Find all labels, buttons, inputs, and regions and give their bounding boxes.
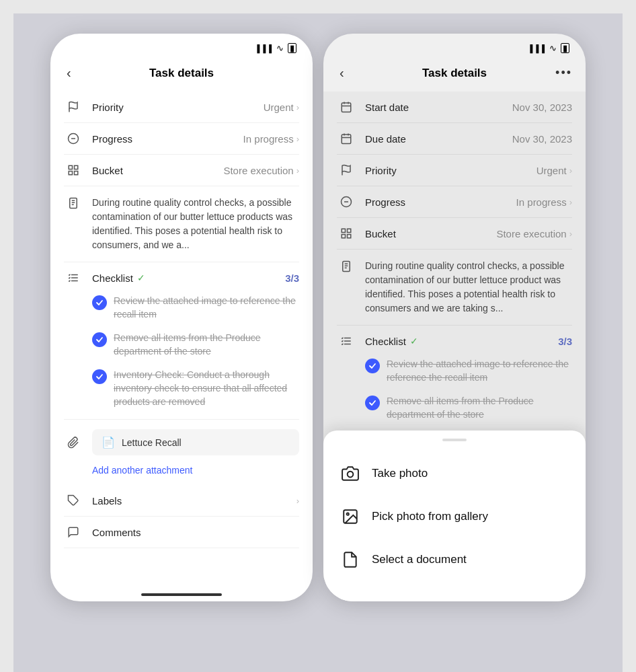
- checklist-text-1-right: Review the attached image to reference t…: [387, 358, 572, 384]
- progress-icon-left: [64, 133, 83, 145]
- priority-row-right[interactable]: Priority Urgent ›: [337, 155, 572, 186]
- attachment-file-left[interactable]: 📄 Lettuce Recall: [92, 429, 299, 455]
- comments-row-left[interactable]: Comments: [64, 517, 299, 548]
- labels-row-left[interactable]: Labels ›: [64, 485, 299, 517]
- checklist-header-right: Checklist ✓ 3/3: [337, 326, 572, 352]
- checklist-item-2-right[interactable]: Remove all items from the Produce depart…: [365, 389, 572, 426]
- select-doc-label: Select a document: [372, 553, 467, 566]
- battery-icon-right: ▮: [561, 43, 569, 53]
- checklist-check-right: ✓: [410, 336, 418, 346]
- paperclip-icon-left: [64, 437, 83, 449]
- select-doc-item[interactable]: Select a document: [323, 538, 586, 581]
- due-date-row-right[interactable]: Due date Nov 30, 2023: [337, 123, 572, 155]
- check-circle-2-left: [92, 332, 107, 347]
- checklist-item-2-left[interactable]: Remove all items from the Produce depart…: [92, 326, 299, 363]
- description-text-right: During routine quality control checks, a…: [365, 259, 572, 315]
- check-circle-2-right: [365, 396, 380, 410]
- progress-label-left: Progress: [92, 133, 234, 145]
- right-phone: ▐▐▐ ∿ ▮ ‹ Task details ••• Start date No…: [323, 34, 586, 601]
- wifi-icon: ∿: [276, 43, 284, 53]
- signal-icon-right: ▐▐▐: [528, 44, 545, 52]
- checklist-item-3-left[interactable]: Inventory Check: Conduct a thorough inve…: [92, 363, 299, 414]
- comments-label-left: Comments: [92, 527, 299, 538]
- add-attachment-left[interactable]: Add another attachment: [64, 461, 299, 485]
- labels-label-left: Labels: [92, 495, 287, 507]
- bucket-row-left[interactable]: Bucket Store execution ›: [64, 155, 299, 186]
- description-row-right: During routine quality control checks, a…: [337, 250, 572, 326]
- description-icon-left: [64, 197, 83, 209]
- file-name-left: Lettuce Recall: [122, 437, 182, 448]
- bucket-row-right[interactable]: Bucket Store execution ›: [337, 218, 572, 250]
- description-text-left: During routine quality control checks, a…: [92, 196, 299, 252]
- description-icon-right: [337, 260, 356, 272]
- bucket-label-left: Bucket: [92, 165, 214, 176]
- description-row-left: During routine quality control checks, a…: [64, 186, 299, 262]
- page-title-right: Task details: [422, 67, 487, 80]
- svg-point-37: [348, 472, 354, 478]
- more-button-right[interactable]: •••: [555, 66, 572, 80]
- nav-bar-left: ‹ Task details: [50, 57, 313, 91]
- start-date-value: Nov 30, 2023: [512, 102, 572, 113]
- flag-icon-left: [64, 101, 83, 113]
- nav-bar-right: ‹ Task details •••: [323, 57, 586, 91]
- back-button-left[interactable]: ‹: [64, 63, 74, 83]
- progress-row-left[interactable]: Progress In progress ›: [64, 123, 299, 155]
- flag-icon-right: [337, 164, 356, 176]
- progress-row-right[interactable]: Progress In progress ›: [337, 186, 572, 218]
- checklist-items-right: Review the attached image to reference t…: [337, 352, 572, 432]
- svg-rect-5: [69, 172, 72, 175]
- checklist-count-left: 3/3: [285, 272, 299, 284]
- take-photo-label: Take photo: [372, 467, 428, 480]
- svg-rect-26: [342, 229, 345, 232]
- due-date-value: Nov 30, 2023: [512, 133, 572, 145]
- document-icon: [340, 549, 361, 570]
- priority-label-left: Priority: [92, 102, 254, 113]
- file-icon-left: 📄: [102, 436, 115, 449]
- start-date-row-right[interactable]: Start date Nov 30, 2023: [337, 91, 572, 123]
- progress-icon-right: [337, 196, 356, 208]
- progress-value-right: In progress ›: [516, 196, 572, 208]
- checklist-text-2-left: Remove all items from the Produce depart…: [114, 332, 299, 358]
- calendar-icon-due: [337, 133, 356, 145]
- progress-value-left: In progress ›: [243, 133, 299, 145]
- priority-row-left[interactable]: Priority Urgent ›: [64, 91, 299, 123]
- battery-icon: ▮: [288, 43, 296, 53]
- bucket-value-left: Store execution ›: [223, 165, 299, 176]
- checklist-item-1-left[interactable]: Review the attached image to reference t…: [92, 289, 299, 326]
- check-circle-3-left: [92, 369, 107, 384]
- take-photo-item[interactable]: Take photo: [323, 452, 586, 495]
- progress-label-right: Progress: [365, 196, 507, 208]
- check-circle-1-left: [92, 295, 107, 310]
- svg-point-39: [347, 513, 349, 515]
- priority-value-left: Urgent ›: [264, 102, 299, 113]
- checklist-text-2-right: Remove all items from the Produce depart…: [387, 395, 572, 421]
- camera-icon: [340, 463, 361, 484]
- svg-rect-28: [342, 235, 345, 238]
- start-date-label: Start date: [365, 102, 503, 113]
- calendar-icon-start: [337, 101, 356, 113]
- checklist-items-left: Review the attached image to reference t…: [64, 289, 299, 420]
- bottom-sheet: Take photo Pick photo from gallery Selec…: [323, 431, 586, 601]
- pick-photo-item[interactable]: Pick photo from gallery: [323, 495, 586, 538]
- priority-label-right: Priority: [365, 165, 527, 176]
- pick-photo-label: Pick photo from gallery: [372, 510, 488, 523]
- checklist-item-1-right[interactable]: Review the attached image to reference t…: [365, 352, 572, 389]
- attachment-section-left: 📄 Lettuce Recall: [64, 420, 299, 461]
- svg-rect-27: [348, 229, 351, 232]
- sheet-handle: [442, 439, 467, 441]
- status-bar-right: ▐▐▐ ∿ ▮: [323, 34, 586, 57]
- content-left: Priority Urgent › Progress In progress ›…: [50, 91, 313, 585]
- svg-rect-15: [342, 103, 351, 112]
- labels-value-left: ›: [296, 496, 299, 506]
- comments-icon-left: [64, 526, 83, 538]
- wifi-icon-right: ∿: [549, 43, 557, 53]
- bucket-icon-left: [64, 164, 83, 176]
- checklist-icon-right: [337, 335, 356, 347]
- bucket-value-right: Store execution ›: [496, 228, 572, 239]
- svg-rect-4: [75, 165, 78, 169]
- svg-rect-3: [69, 165, 72, 169]
- checklist-label-left: Checklist ✓: [92, 272, 276, 284]
- checklist-text-1-left: Review the attached image to reference t…: [114, 295, 299, 321]
- back-button-right[interactable]: ‹: [337, 63, 347, 83]
- svg-rect-6: [75, 172, 78, 175]
